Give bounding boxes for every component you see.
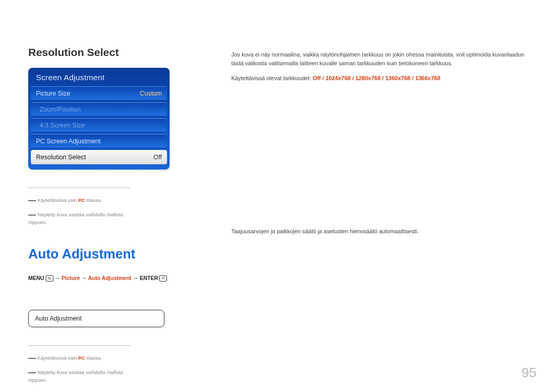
menu-path: MENU m → Picture → Auto Adjustment → ENT… [28,275,172,282]
osd-row-picture-size[interactable]: Picture Size Custom [31,86,167,101]
osd-row-label: Picture Size [36,90,70,97]
osd-row-zoom-position[interactable]: · Zoom/Position [31,102,167,117]
enter-icon: ⏎ [159,275,167,282]
available-resolutions: Käytettävissä olevat tarkkuudet: Off / 1… [231,75,527,81]
note-model-vary: ―Näytetty kuva saattaa vaihdella mallist… [28,210,131,226]
osd-row-label: · Zoom/Position [36,106,81,113]
osd-header: Screen Adjustment [31,68,167,86]
osd-row-43-screen-size[interactable]: · 4:3 Screen Size [31,118,167,133]
notes-block-1: ―Käytettävissä vain PC-tilassa. ―Näytett… [28,188,131,226]
section-title-auto-adjustment: Auto Adjustment [28,246,172,262]
body-text-auto-adjustment: Taajuusarvojen ja paikkojen säätö ja ase… [231,227,527,236]
page-number: 95 [522,365,536,381]
menu-icon: m [46,275,53,282]
note-model-vary: ―Näytetty kuva saattaa vaihdella mallist… [28,367,131,384]
osd-row-label: PC Screen Adjustment [36,138,101,145]
osd-row-resolution-select[interactable]: Resolution Select Off [31,150,167,164]
osd-pill-auto-adjustment[interactable]: Auto Adjustment [28,310,164,327]
notes-block-2: ―Käytettävissä vain PC-tilassa. ―Näytett… [28,345,131,383]
osd-row-label: · 4:3 Screen Size [36,122,85,129]
note-pc-mode: ―Käytettävissä vain PC-tilassa. [28,353,131,363]
section-title-resolution-select: Resolution Select [28,46,172,59]
osd-row-pc-screen-adjustment[interactable]: PC Screen Adjustment [31,134,167,148]
osd-panel-screen-adjustment: Screen Adjustment Picture Size Custom · … [28,68,170,170]
body-text-resolution-select: Jos kuva ei näy normaalina, vaikka näytö… [231,50,527,68]
osd-row-value: Off [154,154,162,161]
osd-row-value: Custom [140,90,162,97]
osd-row-label: Resolution Select [36,154,86,161]
note-pc-mode: ―Käytettävissä vain PC-tilassa. [28,195,131,206]
